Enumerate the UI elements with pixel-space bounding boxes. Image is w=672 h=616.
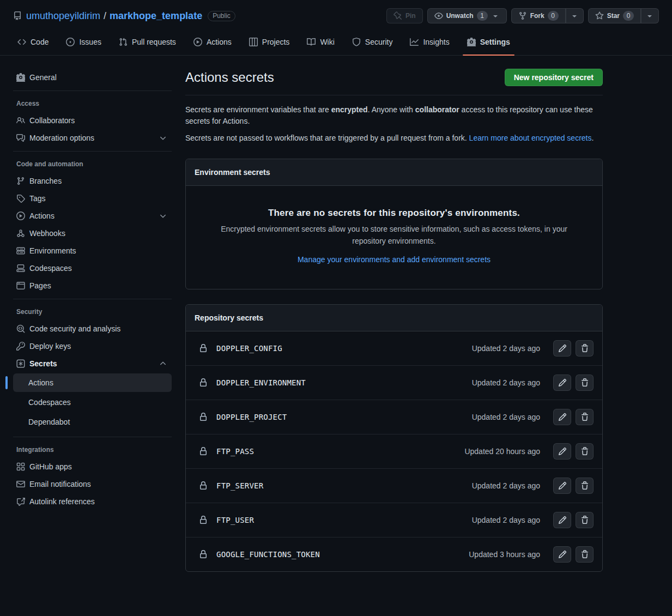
edit-secret-button[interactable] bbox=[553, 443, 571, 460]
fork-label: Fork bbox=[530, 12, 544, 20]
star-button[interactable]: Star 0 bbox=[588, 8, 641, 23]
delete-secret-button[interactable] bbox=[576, 375, 594, 391]
fork-dropdown-button[interactable] bbox=[566, 8, 584, 23]
sidebar-item-secrets[interactable]: Secrets bbox=[13, 355, 172, 372]
tab-issues[interactable]: Issues bbox=[57, 28, 110, 55]
sidebar-item-label: Email notifications bbox=[29, 480, 91, 488]
sidebar-item-label: Moderation options bbox=[29, 134, 94, 142]
tab-label: Wiki bbox=[320, 38, 334, 46]
sidebar-section-header: Access bbox=[13, 95, 172, 112]
paragraph-text: . bbox=[592, 134, 594, 142]
tab-projects[interactable]: Projects bbox=[240, 28, 299, 55]
secret-row-actions bbox=[553, 340, 594, 357]
sidebar-item-tags[interactable]: Tags bbox=[13, 190, 172, 207]
sidebar-item-code-security-and-analysis[interactable]: Code security and analysis bbox=[13, 320, 172, 337]
sidebar-subitem-dependabot[interactable]: Dependabot bbox=[13, 413, 172, 431]
star-label: Star bbox=[607, 12, 620, 20]
delete-secret-button[interactable] bbox=[576, 546, 594, 563]
sidebar-item-autolink-references[interactable]: Autolink references bbox=[13, 493, 172, 510]
repository-secrets-box-title: Repository secrets bbox=[195, 313, 263, 322]
lock-icon bbox=[199, 550, 208, 559]
lock-icon bbox=[199, 413, 208, 421]
sidebar-item-actions[interactable]: Actions bbox=[13, 207, 172, 225]
server-icon bbox=[16, 246, 25, 255]
pencil-icon bbox=[558, 413, 567, 421]
tab-label: Pull requests bbox=[132, 38, 176, 46]
manage-environments-link[interactable]: Manage your environments and add environ… bbox=[298, 255, 491, 264]
sidebar-item-codespaces[interactable]: Codespaces bbox=[13, 259, 172, 277]
sidebar-subitem-label: Actions bbox=[28, 378, 53, 387]
sidebar-item-general[interactable]: General bbox=[13, 69, 172, 86]
delete-secret-button[interactable] bbox=[576, 478, 594, 494]
tab-settings[interactable]: Settings bbox=[458, 28, 519, 55]
eye-icon bbox=[434, 11, 443, 20]
secret-row-actions bbox=[553, 443, 594, 460]
tab-security[interactable]: Security bbox=[343, 28, 402, 55]
secret-updated-timestamp: Updated 2 days ago bbox=[472, 378, 553, 387]
sidebar-item-moderation-options[interactable]: Moderation options bbox=[13, 129, 172, 147]
sidebar-section-access: AccessCollaboratorsModeration options bbox=[13, 90, 172, 151]
sidebar-item-label: Codespaces bbox=[29, 264, 72, 273]
tab-label: Insights bbox=[423, 38, 449, 46]
sidebar-item-collaborators[interactable]: Collaborators bbox=[13, 112, 172, 129]
lock-icon bbox=[199, 516, 208, 524]
repo-nav-tabs: CodeIssuesPull requestsActionsProjectsWi… bbox=[0, 28, 672, 56]
sidebar-item-deploy-keys[interactable]: Deploy keys bbox=[13, 337, 172, 355]
tab-label: Issues bbox=[79, 38, 101, 46]
unwatch-button[interactable]: Unwatch 1 bbox=[427, 8, 507, 23]
chevron-up-icon bbox=[159, 359, 167, 368]
repo-name-link[interactable]: markhope_template bbox=[110, 10, 202, 22]
sidebar-item-label: Environments bbox=[29, 246, 76, 255]
apps-icon bbox=[16, 462, 25, 471]
sidebar-item-email-notifications[interactable]: Email notifications bbox=[13, 475, 172, 493]
tab-code[interactable]: Code bbox=[9, 28, 57, 55]
triangle-down-icon bbox=[491, 11, 500, 20]
page-title: Actions secrets bbox=[185, 69, 274, 86]
repo-icon bbox=[13, 11, 22, 20]
delete-secret-button[interactable] bbox=[576, 512, 594, 528]
secret-row-actions bbox=[553, 512, 594, 528]
edit-secret-button[interactable] bbox=[553, 478, 571, 494]
tab-pull-requests[interactable]: Pull requests bbox=[110, 28, 185, 55]
sidebar-item-environments[interactable]: Environments bbox=[13, 242, 172, 259]
sidebar-subitem-actions[interactable]: Actions bbox=[13, 373, 172, 392]
sidebar-item-github-apps[interactable]: GitHub apps bbox=[13, 458, 172, 475]
sidebar-section-header: Security bbox=[13, 304, 172, 320]
tab-wiki[interactable]: Wiki bbox=[298, 28, 343, 55]
pin-button[interactable]: Pin bbox=[386, 8, 423, 23]
edit-secret-button[interactable] bbox=[553, 340, 571, 357]
sidebar-item-webhooks[interactable]: Webhooks bbox=[13, 225, 172, 242]
delete-secret-button[interactable] bbox=[576, 443, 594, 460]
sidebar-item-branches[interactable]: Branches bbox=[13, 172, 172, 190]
triangle-down-icon bbox=[570, 11, 579, 20]
edit-secret-button[interactable] bbox=[553, 375, 571, 391]
trash-icon bbox=[580, 413, 589, 421]
fork-button[interactable]: Fork 0 bbox=[511, 8, 566, 23]
edit-secret-button[interactable] bbox=[553, 546, 571, 563]
sidebar-section: General bbox=[13, 69, 172, 90]
environment-secrets-empty-state: There are no secrets for this repository… bbox=[186, 186, 602, 289]
chevron-down-icon bbox=[159, 134, 167, 142]
edit-secret-button[interactable] bbox=[553, 512, 571, 528]
tab-insights[interactable]: Insights bbox=[401, 28, 458, 55]
new-repository-secret-button[interactable]: New repository secret bbox=[505, 69, 603, 86]
comment-discussion-icon bbox=[16, 134, 25, 142]
tab-actions[interactable]: Actions bbox=[185, 28, 240, 55]
webhook-icon bbox=[16, 229, 25, 238]
delete-secret-button[interactable] bbox=[576, 340, 594, 357]
visibility-badge: Public bbox=[208, 11, 235, 21]
sidebar-item-pages[interactable]: Pages bbox=[13, 277, 172, 294]
key-asterisk-icon bbox=[16, 359, 25, 368]
learn-more-link[interactable]: Learn more about encrypted secrets bbox=[469, 134, 592, 142]
edit-secret-button[interactable] bbox=[553, 409, 571, 425]
sidebar-subitem-codespaces[interactable]: Codespaces bbox=[13, 393, 172, 412]
secret-row-actions bbox=[553, 409, 594, 425]
delete-secret-button[interactable] bbox=[576, 409, 594, 425]
repo-owner-link[interactable]: umuthopeyildirim bbox=[26, 10, 100, 22]
cross-reference-icon bbox=[16, 497, 25, 506]
emphasized-text: encrypted bbox=[331, 105, 368, 114]
star-dropdown-button[interactable] bbox=[641, 8, 659, 23]
sidebar-item-label: Secrets bbox=[29, 359, 57, 368]
environment-secrets-box-header: Environment secrets bbox=[186, 159, 602, 186]
tag-icon bbox=[16, 194, 25, 203]
